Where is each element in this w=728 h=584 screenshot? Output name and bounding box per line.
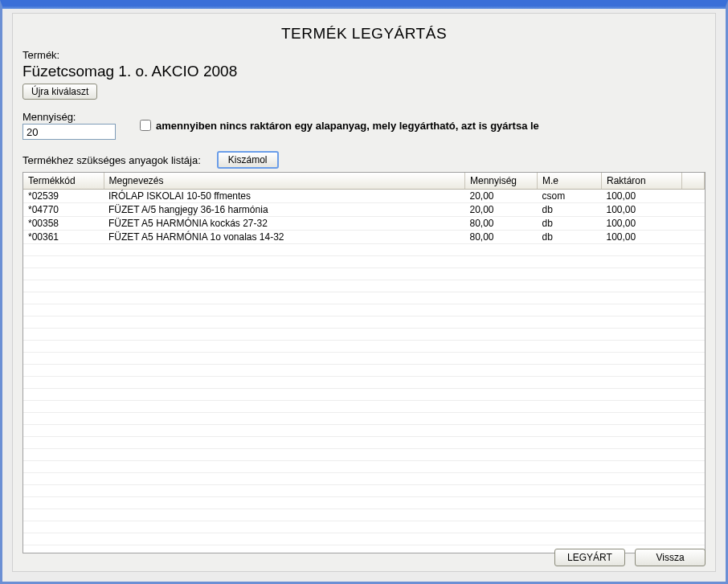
col-header-code[interactable]: Termékkód	[23, 173, 104, 190]
cell-code	[23, 425, 104, 437]
cell-blank	[682, 304, 705, 317]
table-row[interactable]	[23, 485, 705, 497]
cell-qty	[465, 461, 538, 473]
cell-unit	[538, 365, 602, 377]
back-button[interactable]: Vissza	[635, 549, 706, 566]
cell-stock	[602, 244, 682, 256]
table-row[interactable]	[23, 473, 705, 485]
reselect-button[interactable]: Újra kiválaszt	[22, 84, 97, 100]
cell-stock	[602, 509, 682, 521]
table-row[interactable]	[23, 329, 705, 341]
table-row[interactable]	[23, 521, 705, 533]
table-row[interactable]: *02539IRÓLAP ISKOLAI 10-50 ffmentes20,00…	[23, 190, 705, 203]
cell-qty	[465, 317, 538, 329]
quantity-input[interactable]	[22, 124, 116, 140]
cell-name	[104, 280, 465, 292]
cell-stock	[602, 389, 682, 401]
table-row[interactable]	[23, 365, 705, 377]
cell-code	[23, 341, 104, 353]
cell-blank	[682, 413, 705, 425]
col-header-stock[interactable]: Raktáron	[602, 173, 682, 190]
cell-name	[104, 485, 465, 497]
table-row[interactable]	[23, 244, 705, 256]
cell-unit	[538, 425, 602, 437]
cell-blank	[682, 292, 705, 304]
window-frame: TERMÉK LEGYÁRTÁS Termék: Füzetcsomag 1. …	[0, 0, 728, 584]
produce-missing-checkbox[interactable]	[140, 120, 151, 131]
col-header-name[interactable]: Megnevezés	[104, 173, 465, 190]
table-row[interactable]	[23, 401, 705, 413]
cell-blank	[682, 521, 705, 533]
table-row[interactable]: *00358FÜZET A5 HARMÓNIA kockás 27-3280,0…	[23, 217, 705, 231]
table-row[interactable]	[23, 461, 705, 473]
table-row[interactable]	[23, 413, 705, 425]
cell-blank	[682, 244, 705, 256]
table-row[interactable]	[23, 425, 705, 437]
table-row[interactable]	[23, 341, 705, 353]
calculate-button[interactable]: Kiszámol	[217, 151, 279, 169]
cell-stock	[602, 473, 682, 485]
col-header-unit[interactable]: M.e	[538, 173, 602, 190]
cell-code	[23, 304, 104, 317]
cell-name	[104, 329, 465, 341]
cell-blank	[682, 190, 705, 203]
cell-blank	[682, 231, 705, 244]
cell-unit	[538, 304, 602, 317]
table-row[interactable]	[23, 389, 705, 401]
cell-stock	[602, 461, 682, 473]
cell-unit	[538, 533, 602, 545]
cell-qty	[465, 449, 538, 461]
table-row[interactable]	[23, 304, 705, 317]
cell-name	[104, 449, 465, 461]
table-row[interactable]	[23, 256, 705, 268]
cell-name	[104, 461, 465, 473]
cell-blank	[682, 329, 705, 341]
cell-stock	[602, 365, 682, 377]
col-header-blank	[682, 173, 705, 190]
cell-blank	[682, 401, 705, 413]
cell-unit: db	[538, 231, 602, 244]
table-row[interactable]	[23, 317, 705, 329]
product-label: Termék:	[22, 49, 706, 61]
cell-qty	[465, 521, 538, 533]
table-row[interactable]	[23, 497, 705, 509]
produce-button[interactable]: LEGYÁRT	[554, 549, 625, 566]
cell-unit	[538, 473, 602, 485]
table-row[interactable]: *04770FÜZET A/5 hangjegy 36-16 harmónia2…	[23, 203, 705, 217]
table-row[interactable]	[23, 437, 705, 449]
table-row[interactable]: *00361FÜZET A5 HARMÓNIA 1o vonalas 14-32…	[23, 231, 705, 244]
cell-code	[23, 268, 104, 280]
cell-blank	[682, 365, 705, 377]
cell-code	[23, 292, 104, 304]
cell-name	[104, 304, 465, 317]
table-row[interactable]	[23, 268, 705, 280]
cell-name: FÜZET A5 HARMÓNIA 1o vonalas 14-32	[104, 231, 465, 244]
cell-stock	[602, 485, 682, 497]
table-row[interactable]	[23, 509, 705, 521]
cell-blank	[682, 280, 705, 292]
produce-missing-checkbox-row[interactable]: amennyiben nincs raktáron egy alapanyag,…	[140, 120, 539, 132]
table-row[interactable]	[23, 449, 705, 461]
cell-unit	[538, 461, 602, 473]
cell-unit	[538, 244, 602, 256]
cell-code	[23, 244, 104, 256]
table-row[interactable]	[23, 377, 705, 389]
cell-stock	[602, 521, 682, 533]
cell-blank	[682, 377, 705, 389]
table-row[interactable]	[23, 280, 705, 292]
cell-qty	[465, 425, 538, 437]
cell-qty	[465, 497, 538, 509]
cell-qty: 20,00	[465, 203, 538, 217]
materials-grid[interactable]: Termékkód Megnevezés Mennyiség M.e Raktá…	[22, 172, 706, 553]
table-row[interactable]	[23, 353, 705, 365]
dialog-title: TERMÉK LEGYÁRTÁS	[22, 25, 706, 43]
cell-code	[23, 280, 104, 292]
cell-name	[104, 268, 465, 280]
cell-name	[104, 353, 465, 365]
cell-qty	[465, 244, 538, 256]
cell-code	[23, 413, 104, 425]
table-row[interactable]	[23, 533, 705, 545]
table-row[interactable]	[23, 292, 705, 304]
col-header-qty[interactable]: Mennyiség	[465, 173, 538, 190]
cell-code	[23, 437, 104, 449]
